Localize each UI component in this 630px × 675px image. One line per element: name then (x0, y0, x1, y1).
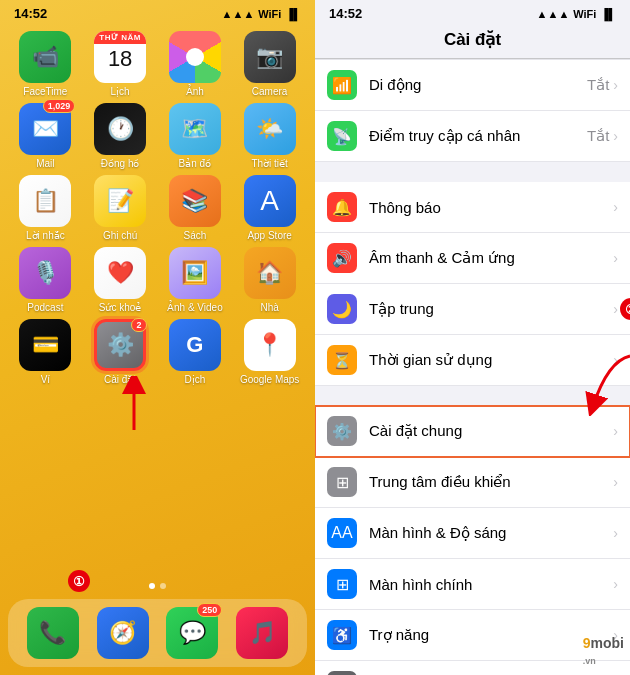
health-label: Sức khoẻ (99, 302, 142, 313)
dot-1 (149, 583, 155, 589)
dock-music[interactable]: 🎵 (230, 607, 294, 659)
di-dong-chevron: › (613, 77, 618, 93)
app-row-2: ✉️ 1,029 Mail 🕐 Đồng hồ 🗺️ Bản đồ 🌤️ Thờ… (10, 103, 305, 169)
battery-right-icon: ▐▌ (600, 8, 616, 20)
safari-icon: 🧭 (97, 607, 149, 659)
mail-badge: 1,029 (43, 99, 76, 113)
settings-item-thong-bao[interactable]: 🔔 Thông báo › (315, 182, 630, 233)
maps-icon: 🗺️ (169, 103, 221, 155)
app-maps[interactable]: 🗺️ Bản đồ (163, 103, 227, 169)
tro-nang-icon: ♿ (327, 620, 357, 650)
clock-icon: 🕐 (94, 103, 146, 155)
app-settings[interactable]: ⚙️ 2 Cài đặt (88, 319, 152, 385)
app-row-4: 🎙️ Podcast ❤️ Sức khoẻ 🖼️ Ảnh & Video 🏠 … (10, 247, 305, 313)
status-icons-right: ▲▲▲ WiFi ▐▌ (537, 8, 616, 20)
diem-truy-cap-value: Tắt (587, 127, 609, 145)
calendar-label: Lịch (111, 86, 130, 97)
dock: 📞 🧭 💬 250 🎵 (8, 599, 307, 667)
appstore-icon: A (244, 175, 296, 227)
app-health[interactable]: ❤️ Sức khoẻ (88, 247, 152, 313)
reminders-icon: 📋 (19, 175, 71, 227)
app-googlemaps[interactable]: 📍 Google Maps (238, 319, 302, 385)
settings-title: Cài đặt (444, 30, 501, 49)
di-dong-label: Di động (369, 76, 587, 94)
diem-truy-cap-chevron: › (613, 128, 618, 144)
photos-label: Ảnh (186, 86, 204, 97)
camera-icon: 📷 (244, 31, 296, 83)
app-calendar[interactable]: THỨ NĂM 18 Lịch (88, 31, 152, 97)
signal-right-icon: ▲▲▲ (537, 8, 570, 20)
app-books[interactable]: 📚 Sách (163, 175, 227, 241)
settings-list[interactable]: 📶 Di động Tắt › 📡 Điểm truy cập cá nhân … (315, 59, 630, 675)
app-facetime[interactable]: 📹 FaceTime (13, 31, 77, 97)
cai-dat-chung-icon: ⚙️ (327, 416, 357, 446)
notes-label: Ghi chú (103, 230, 137, 241)
am-thanh-icon: 🔊 (327, 243, 357, 273)
am-thanh-chevron: › (613, 250, 618, 266)
appstore-label: App Store (247, 230, 291, 241)
app-row-5: 💳 Ví ⚙️ 2 Cài đặt (10, 319, 305, 385)
gallery-label: Ảnh & Video (167, 302, 223, 313)
clock-label: Đồng hồ (101, 158, 140, 169)
messages-badge: 250 (197, 603, 222, 617)
app-camera[interactable]: 📷 Camera (238, 31, 302, 97)
hinh-nen-icon: ✳️ (327, 671, 357, 675)
page-dots (0, 577, 315, 595)
trung-tam-icon: ⊞ (327, 467, 357, 497)
mail-label: Mail (36, 158, 54, 169)
home-grid: 📹 FaceTime THỨ NĂM 18 Lịch Ảnh � (0, 23, 315, 577)
app-translate[interactable]: G Dịch (163, 319, 227, 385)
wifi-right-icon: WiFi (573, 8, 596, 20)
trung-tam-chevron: › (613, 474, 618, 490)
settings-item-am-thanh[interactable]: 🔊 Âm thanh & Cảm ứng › (315, 233, 630, 284)
app-home[interactable]: 🏠 Nhà (238, 247, 302, 313)
status-bar-left: 14:52 ▲▲▲ WiFi ▐▌ (0, 0, 315, 23)
dock-phone[interactable]: 📞 (21, 607, 85, 659)
circle-2: ② (620, 298, 630, 320)
dock-safari[interactable]: 🧭 (91, 607, 155, 659)
app-photos[interactable]: Ảnh (163, 31, 227, 97)
app-clock[interactable]: 🕐 Đồng hồ (88, 103, 152, 169)
wifi-icon: WiFi (258, 8, 281, 20)
settings-badge: 2 (131, 318, 147, 332)
man-hinh-do-sang-label: Màn hình & Độ sáng (369, 524, 613, 542)
settings-item-cai-dat-chung[interactable]: ⚙️ Cài đặt chung › (315, 406, 630, 457)
settings-item-thoi-gian[interactable]: ⏳ Thời gian sử dụng › (315, 335, 630, 386)
circle-1: ① (68, 570, 90, 592)
reminders-label: Lời nhắc (26, 230, 65, 241)
app-wallet[interactable]: 💳 Ví (13, 319, 77, 385)
settings-item-man-hinh-chinh[interactable]: ⊞ Màn hình chính › (315, 559, 630, 610)
app-podcast[interactable]: 🎙️ Podcast (13, 247, 77, 313)
photos-icon (169, 31, 221, 83)
app-weather[interactable]: 🌤️ Thời tiết (238, 103, 302, 169)
cal-month: THỨ NĂM (94, 31, 146, 44)
watermark: 9mobi.vn (583, 635, 624, 667)
app-appstore[interactable]: A App Store (238, 175, 302, 241)
app-reminders[interactable]: 📋 Lời nhắc (13, 175, 77, 241)
dock-messages[interactable]: 💬 250 (160, 607, 224, 659)
thoi-gian-label: Thời gian sử dụng (369, 351, 613, 369)
settings-item-diem-truy-cap[interactable]: 📡 Điểm truy cập cá nhân Tắt › (315, 111, 630, 162)
settings-item-di-dong[interactable]: 📶 Di động Tắt › (315, 59, 630, 111)
app-photos-video[interactable]: 🖼️ Ảnh & Video (163, 247, 227, 313)
facetime-icon: 📹 (19, 31, 71, 83)
settings-item-trung-tam[interactable]: ⊞ Trung tâm điều khiển › (315, 457, 630, 508)
app-row-1: 📹 FaceTime THỨ NĂM 18 Lịch Ảnh � (10, 31, 305, 97)
tap-trung-chevron: › (613, 301, 618, 317)
gallery-icon: 🖼️ (169, 247, 221, 299)
home-icon: 🏠 (244, 247, 296, 299)
nav-bar: Cài đặt (315, 23, 630, 59)
left-panel: 14:52 ▲▲▲ WiFi ▐▌ 📹 FaceTime THỨ NĂM 18 … (0, 0, 315, 675)
health-icon: ❤️ (94, 247, 146, 299)
settings-item-man-hinh-do-sang[interactable]: AA Màn hình & Độ sáng › (315, 508, 630, 559)
tap-trung-icon: 🌙 (327, 294, 357, 324)
settings-item-tap-trung[interactable]: 🌙 Tập trung › ② (315, 284, 630, 335)
man-hinh-chinh-icon: ⊞ (327, 569, 357, 599)
diem-truy-cap-label: Điểm truy cập cá nhân (369, 127, 587, 145)
man-hinh-do-sang-chevron: › (613, 525, 618, 541)
app-mail[interactable]: ✉️ 1,029 Mail (13, 103, 77, 169)
books-label: Sách (183, 230, 206, 241)
weather-icon: 🌤️ (244, 103, 296, 155)
settings-app-icon: ⚙️ 2 (94, 319, 146, 371)
app-notes[interactable]: 📝 Ghi chú (88, 175, 152, 241)
